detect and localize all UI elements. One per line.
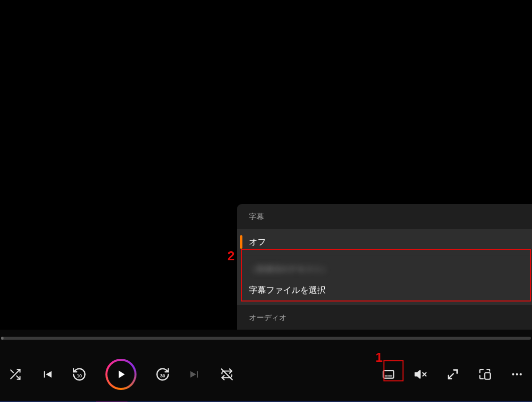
- svg-point-2: [512, 373, 514, 375]
- play-button[interactable]: [105, 359, 137, 390]
- shuffle-button[interactable]: [6, 365, 24, 383]
- subtitle-section-header: 字幕: [237, 204, 532, 229]
- repeat-off-icon: [220, 368, 233, 381]
- control-bar-left: 10 30: [6, 359, 379, 390]
- subtitle-option-blurred-text: （非表示のテキスト）: [249, 264, 520, 276]
- svg-point-3: [516, 373, 518, 375]
- subtitles-icon: [382, 368, 395, 381]
- skip-next-icon: [188, 368, 201, 381]
- media-player: 字幕 オフ （非表示のテキスト） 字幕ファイルを選択 オーディオ オーディオ 1: [0, 0, 532, 402]
- progress-track: [1, 337, 531, 340]
- svg-point-4: [519, 373, 521, 375]
- mute-button[interactable]: [412, 365, 430, 383]
- play-icon: [114, 368, 127, 381]
- skip-previous-icon: [41, 368, 54, 381]
- fullscreen-icon: [446, 368, 459, 381]
- svg-rect-0: [383, 370, 394, 378]
- control-bar: 10 30: [0, 347, 532, 402]
- mini-player-button[interactable]: [476, 365, 494, 383]
- skip-forward-amount: 30: [160, 373, 165, 378]
- audio-section-header: オーディオ: [237, 305, 532, 330]
- subtitle-choose-file-label: 字幕ファイルを選択: [249, 285, 326, 295]
- svg-rect-1: [485, 373, 490, 379]
- more-options-button[interactable]: [508, 365, 526, 383]
- subtitle-option-off[interactable]: オフ: [237, 229, 532, 255]
- subtitle-choose-file[interactable]: 字幕ファイルを選択: [237, 280, 532, 305]
- subtitle-option-off-label: オフ: [249, 236, 266, 248]
- skip-back-10-button[interactable]: 10: [70, 365, 88, 383]
- repeat-off-button[interactable]: [218, 365, 236, 383]
- subtitles-button[interactable]: [379, 365, 397, 383]
- bottom-panel: 10 30: [0, 330, 532, 402]
- play-button-inner: [107, 361, 135, 388]
- shuffle-icon: [9, 368, 22, 381]
- skip-back-amount: 10: [77, 373, 82, 378]
- volume-mute-icon: [414, 368, 427, 381]
- next-button[interactable]: [186, 365, 204, 383]
- mini-player-icon: [478, 368, 491, 381]
- control-bar-right: [379, 365, 526, 383]
- more-horizontal-icon: [510, 368, 523, 381]
- skip-forward-30-button[interactable]: 30: [154, 365, 172, 383]
- fullscreen-button[interactable]: [444, 365, 462, 383]
- progress-fill: [1, 337, 4, 340]
- subtitle-option-blurred[interactable]: （非表示のテキスト）: [237, 255, 532, 280]
- progress-bar[interactable]: [0, 330, 532, 347]
- previous-button[interactable]: [38, 365, 56, 383]
